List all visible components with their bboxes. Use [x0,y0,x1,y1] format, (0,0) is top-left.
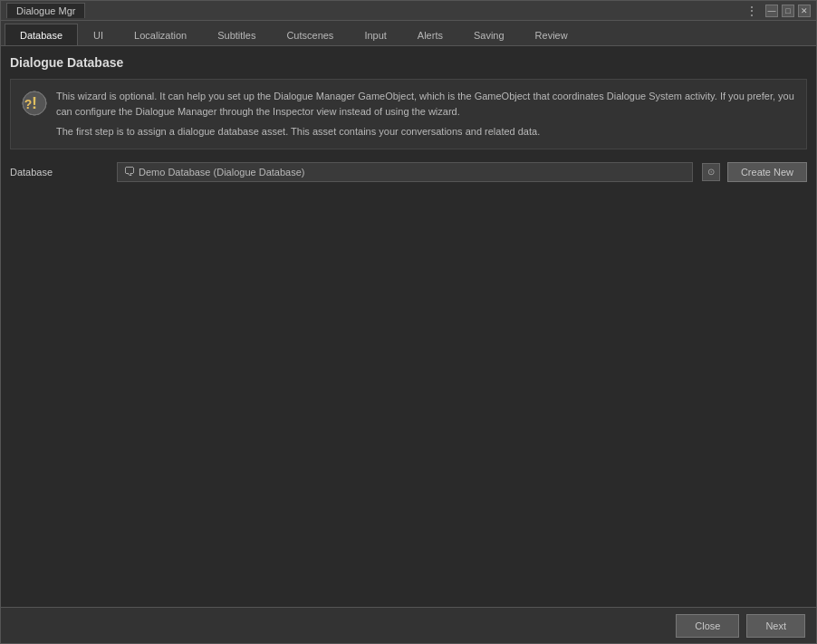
footer: Close Next [1,607,816,643]
window-title-tab: Dialogue Mgr [6,3,85,18]
title-bar-controls: ⋮ — □ ✕ [745,4,811,18]
tab-cutscenes[interactable]: Cutscenes [271,24,349,45]
tab-bar: Database UI Localization Subtitles Cutsc… [1,21,816,46]
info-paragraph-2: The first step is to assign a dialogue d… [56,124,795,139]
info-text: This wizard is optional. It can help you… [56,89,795,139]
info-icon: ! ? [22,91,47,116]
svg-text:!: ! [32,94,37,112]
dialogue-mgr-window: Dialogue Mgr ⋮ — □ ✕ Database UI Localiz… [0,0,817,644]
tab-review[interactable]: Review [520,24,583,45]
svg-text:?: ? [24,97,33,111]
content-area: Dialogue Database ! ? This wizard is opt… [1,46,816,607]
tab-input[interactable]: Input [349,24,401,45]
database-field[interactable]: 🗨 Demo Database (Dialogue Database) [117,162,693,182]
close-button[interactable]: Close [676,614,739,638]
database-field-icon: 🗨 [123,165,135,178]
close-window-button[interactable]: ✕ [798,5,811,17]
database-row: Database 🗨 Demo Database (Dialogue Datab… [10,162,807,182]
tab-alerts[interactable]: Alerts [402,24,458,45]
info-box: ! ? This wizard is optional. It can help… [10,79,807,149]
tab-ui[interactable]: UI [78,24,119,45]
database-label: Database [10,167,110,178]
info-paragraph-1: This wizard is optional. It can help you… [56,89,795,119]
maximize-button[interactable]: □ [782,5,794,17]
tab-localization[interactable]: Localization [119,24,202,45]
tab-database[interactable]: Database [5,24,78,45]
section-title: Dialogue Database [10,55,807,70]
next-button[interactable]: Next [746,614,805,638]
create-new-button[interactable]: Create New [727,162,807,182]
target-button[interactable]: ⊙ [702,163,720,181]
database-field-value: Demo Database (Dialogue Database) [139,167,304,178]
tab-subtitles[interactable]: Subtitles [202,24,271,45]
title-bar: Dialogue Mgr ⋮ — □ ✕ [1,1,816,21]
tab-saving[interactable]: Saving [458,24,520,45]
more-options-icon[interactable]: ⋮ [745,4,758,18]
title-bar-left: Dialogue Mgr [6,3,85,18]
minimize-button[interactable]: — [765,5,778,17]
